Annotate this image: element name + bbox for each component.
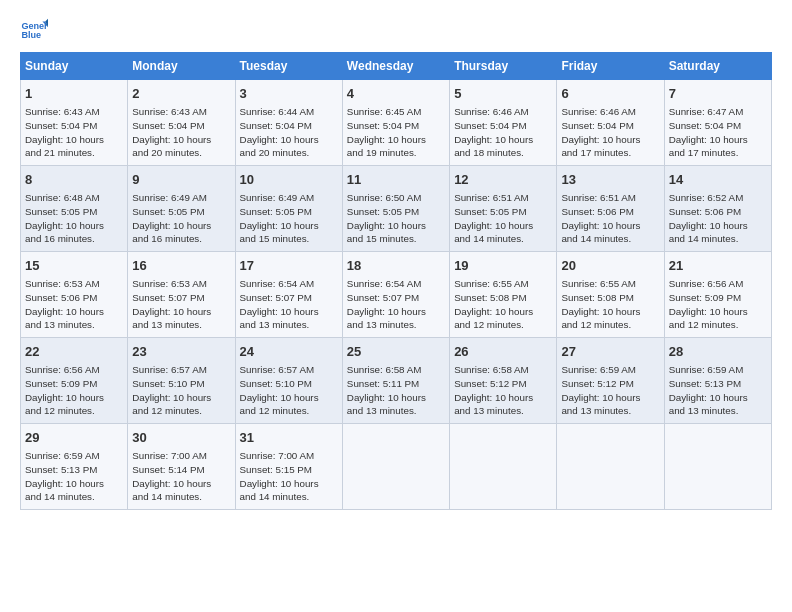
cell-text: Daylight: 10 hours bbox=[454, 391, 552, 405]
day-number: 31 bbox=[240, 429, 338, 447]
cell-text: Sunrise: 6:57 AM bbox=[132, 363, 230, 377]
cell-text: Daylight: 10 hours bbox=[454, 219, 552, 233]
calendar-cell: 28Sunrise: 6:59 AMSunset: 5:13 PMDayligh… bbox=[664, 338, 771, 424]
cell-text: Sunset: 5:06 PM bbox=[25, 291, 123, 305]
cell-text: Daylight: 10 hours bbox=[454, 133, 552, 147]
day-number: 2 bbox=[132, 85, 230, 103]
cell-text: Sunset: 5:15 PM bbox=[240, 463, 338, 477]
cell-text: and 21 minutes. bbox=[25, 146, 123, 160]
logo: General Blue bbox=[20, 16, 48, 44]
cell-text: and 17 minutes. bbox=[669, 146, 767, 160]
cell-text: Sunset: 5:12 PM bbox=[561, 377, 659, 391]
calendar-cell bbox=[664, 424, 771, 510]
cell-text: Sunset: 5:05 PM bbox=[454, 205, 552, 219]
calendar-cell: 31Sunrise: 7:00 AMSunset: 5:15 PMDayligh… bbox=[235, 424, 342, 510]
cell-text: Sunset: 5:07 PM bbox=[132, 291, 230, 305]
day-number: 1 bbox=[25, 85, 123, 103]
cell-text: Daylight: 10 hours bbox=[240, 219, 338, 233]
page-header: General Blue bbox=[20, 16, 772, 44]
cell-text: Sunrise: 7:00 AM bbox=[240, 449, 338, 463]
calendar-cell: 23Sunrise: 6:57 AMSunset: 5:10 PMDayligh… bbox=[128, 338, 235, 424]
calendar-cell: 17Sunrise: 6:54 AMSunset: 5:07 PMDayligh… bbox=[235, 252, 342, 338]
calendar-header-thursday: Thursday bbox=[450, 53, 557, 80]
day-number: 10 bbox=[240, 171, 338, 189]
calendar-cell: 14Sunrise: 6:52 AMSunset: 5:06 PMDayligh… bbox=[664, 166, 771, 252]
cell-text: Daylight: 10 hours bbox=[240, 133, 338, 147]
cell-text: Sunrise: 6:53 AM bbox=[132, 277, 230, 291]
day-number: 8 bbox=[25, 171, 123, 189]
calendar-cell: 22Sunrise: 6:56 AMSunset: 5:09 PMDayligh… bbox=[21, 338, 128, 424]
cell-text: Sunrise: 6:49 AM bbox=[240, 191, 338, 205]
calendar-cell: 18Sunrise: 6:54 AMSunset: 5:07 PMDayligh… bbox=[342, 252, 449, 338]
cell-text: and 13 minutes. bbox=[25, 318, 123, 332]
calendar-cell bbox=[557, 424, 664, 510]
cell-text: and 20 minutes. bbox=[132, 146, 230, 160]
cell-text: Sunrise: 6:53 AM bbox=[25, 277, 123, 291]
calendar-cell: 7Sunrise: 6:47 AMSunset: 5:04 PMDaylight… bbox=[664, 80, 771, 166]
cell-text: and 18 minutes. bbox=[454, 146, 552, 160]
cell-text: Sunrise: 6:43 AM bbox=[132, 105, 230, 119]
cell-text: Daylight: 10 hours bbox=[240, 391, 338, 405]
day-number: 21 bbox=[669, 257, 767, 275]
calendar-cell: 24Sunrise: 6:57 AMSunset: 5:10 PMDayligh… bbox=[235, 338, 342, 424]
calendar-cell: 6Sunrise: 6:46 AMSunset: 5:04 PMDaylight… bbox=[557, 80, 664, 166]
calendar-cell: 12Sunrise: 6:51 AMSunset: 5:05 PMDayligh… bbox=[450, 166, 557, 252]
cell-text: Sunset: 5:08 PM bbox=[561, 291, 659, 305]
calendar-header-monday: Monday bbox=[128, 53, 235, 80]
day-number: 23 bbox=[132, 343, 230, 361]
cell-text: Daylight: 10 hours bbox=[669, 219, 767, 233]
day-number: 14 bbox=[669, 171, 767, 189]
cell-text: Sunset: 5:14 PM bbox=[132, 463, 230, 477]
calendar-table: SundayMondayTuesdayWednesdayThursdayFrid… bbox=[20, 52, 772, 510]
cell-text: Daylight: 10 hours bbox=[132, 133, 230, 147]
cell-text: Daylight: 10 hours bbox=[669, 133, 767, 147]
calendar-cell: 9Sunrise: 6:49 AMSunset: 5:05 PMDaylight… bbox=[128, 166, 235, 252]
cell-text: and 16 minutes. bbox=[25, 232, 123, 246]
cell-text: Sunrise: 7:00 AM bbox=[132, 449, 230, 463]
cell-text: Sunset: 5:04 PM bbox=[347, 119, 445, 133]
cell-text: and 19 minutes. bbox=[347, 146, 445, 160]
cell-text: Sunset: 5:05 PM bbox=[240, 205, 338, 219]
cell-text: and 13 minutes. bbox=[561, 404, 659, 418]
cell-text: Daylight: 10 hours bbox=[347, 305, 445, 319]
day-number: 27 bbox=[561, 343, 659, 361]
cell-text: Sunrise: 6:56 AM bbox=[25, 363, 123, 377]
cell-text: Sunrise: 6:59 AM bbox=[25, 449, 123, 463]
day-number: 28 bbox=[669, 343, 767, 361]
cell-text: and 12 minutes. bbox=[561, 318, 659, 332]
cell-text: Sunrise: 6:51 AM bbox=[561, 191, 659, 205]
cell-text: Sunrise: 6:58 AM bbox=[454, 363, 552, 377]
cell-text: Daylight: 10 hours bbox=[347, 391, 445, 405]
cell-text: and 13 minutes. bbox=[132, 318, 230, 332]
cell-text: Sunset: 5:04 PM bbox=[561, 119, 659, 133]
day-number: 5 bbox=[454, 85, 552, 103]
calendar-body: 1Sunrise: 6:43 AMSunset: 5:04 PMDaylight… bbox=[21, 80, 772, 510]
svg-text:Blue: Blue bbox=[21, 30, 41, 40]
cell-text: Daylight: 10 hours bbox=[25, 477, 123, 491]
day-number: 12 bbox=[454, 171, 552, 189]
cell-text: Sunrise: 6:59 AM bbox=[669, 363, 767, 377]
logo-icon: General Blue bbox=[20, 16, 48, 44]
cell-text: Sunrise: 6:50 AM bbox=[347, 191, 445, 205]
cell-text: Sunrise: 6:46 AM bbox=[561, 105, 659, 119]
cell-text: Sunset: 5:07 PM bbox=[347, 291, 445, 305]
calendar-cell bbox=[450, 424, 557, 510]
day-number: 4 bbox=[347, 85, 445, 103]
cell-text: Sunset: 5:07 PM bbox=[240, 291, 338, 305]
cell-text: Daylight: 10 hours bbox=[132, 477, 230, 491]
day-number: 24 bbox=[240, 343, 338, 361]
calendar-cell: 27Sunrise: 6:59 AMSunset: 5:12 PMDayligh… bbox=[557, 338, 664, 424]
cell-text: Sunrise: 6:52 AM bbox=[669, 191, 767, 205]
calendar-week-row: 1Sunrise: 6:43 AMSunset: 5:04 PMDaylight… bbox=[21, 80, 772, 166]
calendar-cell: 1Sunrise: 6:43 AMSunset: 5:04 PMDaylight… bbox=[21, 80, 128, 166]
cell-text: Sunset: 5:04 PM bbox=[132, 119, 230, 133]
cell-text: Sunset: 5:10 PM bbox=[132, 377, 230, 391]
day-number: 25 bbox=[347, 343, 445, 361]
cell-text: and 15 minutes. bbox=[240, 232, 338, 246]
calendar-week-row: 29Sunrise: 6:59 AMSunset: 5:13 PMDayligh… bbox=[21, 424, 772, 510]
cell-text: and 12 minutes. bbox=[240, 404, 338, 418]
day-number: 30 bbox=[132, 429, 230, 447]
calendar-cell: 11Sunrise: 6:50 AMSunset: 5:05 PMDayligh… bbox=[342, 166, 449, 252]
calendar-header-tuesday: Tuesday bbox=[235, 53, 342, 80]
cell-text: and 12 minutes. bbox=[454, 318, 552, 332]
